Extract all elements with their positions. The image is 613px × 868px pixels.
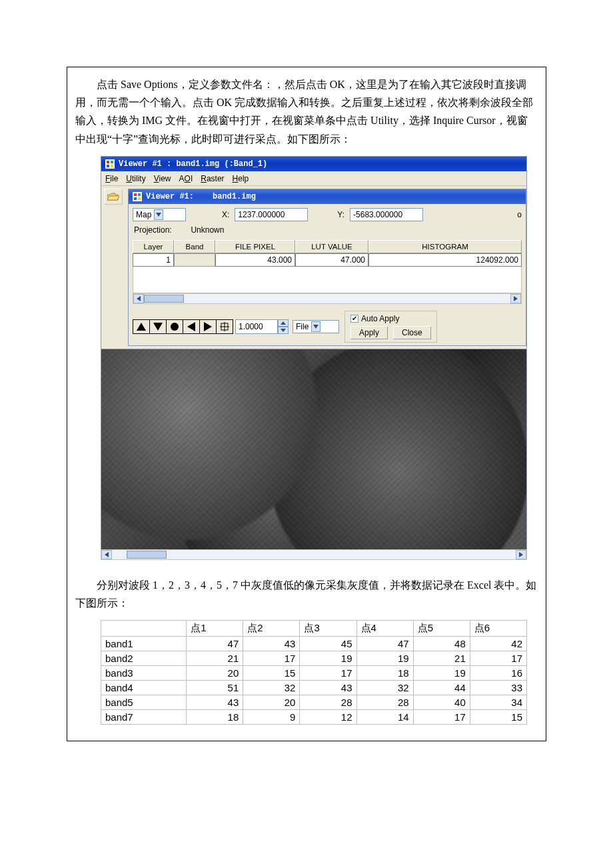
svg-marker-16 [153, 323, 163, 331]
svg-rect-2 [111, 161, 113, 163]
menu-aoi[interactable]: AOI [179, 174, 193, 183]
col-histogram[interactable]: HISTOGRAM [368, 240, 522, 253]
svg-rect-3 [107, 165, 109, 167]
menu-file[interactable]: File [105, 174, 118, 183]
cell-value: 12 [300, 710, 356, 725]
col-layer[interactable]: Layer [133, 240, 174, 253]
pixel-table: Layer 1 Band FILE PIXEL 43.000 [133, 240, 522, 267]
table-row: band718912141715 [101, 710, 527, 725]
y-input[interactable]: -5683.000000 [350, 208, 423, 221]
cell-value: 32 [356, 681, 413, 695]
cell-value: 48 [413, 637, 470, 651]
cell-value: 17 [470, 651, 526, 666]
zoom-spinner[interactable]: 1.0000 [235, 319, 289, 334]
cell-value: 47 [187, 637, 243, 651]
cell-histogram[interactable]: 124092.000 [368, 253, 522, 267]
scroll-left-button[interactable] [101, 550, 112, 559]
table-row: band1474345474842 [101, 637, 527, 651]
viewer-hscroll[interactable] [101, 549, 527, 560]
table-hscroll[interactable] [133, 293, 522, 304]
paragraph-1: 点击 Save Options，定义参数文件名：，然后点击 OK，这里是为了在输… [75, 75, 538, 148]
row-label: band4 [101, 681, 187, 695]
table-empty-area [133, 267, 522, 293]
document-page: 点击 Save Options，定义参数文件名：，然后点击 OK，这里是为了在输… [67, 67, 546, 741]
svg-rect-1 [107, 161, 109, 163]
circle-icon[interactable] [166, 319, 183, 334]
menu-help[interactable]: Help [233, 174, 249, 183]
cell-value: 19 [300, 651, 356, 666]
projection-row: Projection: Unknown [133, 225, 522, 235]
arrow-left-icon[interactable] [183, 319, 200, 334]
auto-apply-checkbox[interactable]: ✔ Auto Apply [350, 314, 399, 323]
scroll-thumb[interactable] [127, 551, 167, 559]
chevron-down-icon [311, 321, 320, 332]
svg-rect-8 [134, 193, 137, 196]
table-row: band5432028284034 [101, 695, 527, 710]
coord-row: Map X: 1237.000000 Y: [133, 208, 522, 221]
zoom-value[interactable]: 1.0000 [235, 319, 278, 334]
app-logo-icon [105, 159, 115, 169]
cell-value: 9 [243, 710, 300, 725]
col-p4: 点4 [356, 621, 413, 637]
cell-value: 14 [356, 710, 413, 725]
menu-raster[interactable]: Raster [201, 174, 224, 183]
scroll-thumb[interactable] [144, 295, 184, 303]
menu-utility[interactable]: Utility [126, 174, 145, 183]
inquire-titlebar[interactable]: Viewer #1: band1.img [129, 189, 526, 204]
mode-select[interactable]: File [293, 320, 339, 333]
col-band[interactable]: Band [174, 240, 215, 253]
scroll-left-button[interactable] [133, 294, 144, 303]
cell-band[interactable] [174, 253, 215, 267]
col-file-pixel[interactable]: FILE PIXEL [215, 240, 295, 253]
svg-marker-23 [281, 321, 286, 325]
tool-row: 1.0000 File [133, 309, 522, 344]
svg-marker-24 [281, 329, 286, 332]
col-p1: 点1 [187, 621, 243, 637]
checkbox-checked-icon: ✔ [350, 315, 358, 323]
apply-button[interactable]: Apply [350, 326, 388, 339]
cell-value: 43 [243, 637, 300, 651]
cell-value: 19 [413, 666, 470, 681]
svg-rect-10 [134, 197, 137, 200]
triangle-down-icon[interactable] [149, 319, 167, 334]
x-label: X: [222, 210, 229, 219]
x-value: 1237.000000 [238, 210, 285, 219]
cell-file-pixel[interactable]: 43.000 [215, 253, 295, 267]
cell-value: 17 [300, 666, 356, 681]
close-button[interactable]: Close [393, 326, 431, 339]
cell-value: 28 [356, 695, 413, 710]
scroll-track[interactable] [144, 294, 510, 303]
viewer-title: Viewer #1 : band1.img (:Band_1) [119, 159, 267, 169]
cell-value: 17 [413, 710, 470, 725]
scroll-right-button[interactable] [510, 294, 521, 303]
svg-rect-4 [111, 165, 113, 167]
svg-marker-27 [519, 552, 523, 557]
row-label: band2 [101, 651, 187, 666]
viewer-titlebar[interactable]: Viewer #1 : band1.img (:Band_1) [101, 157, 526, 171]
spinner-down-icon[interactable] [278, 327, 289, 334]
cell-value: 43 [300, 681, 356, 695]
y-value: -5683.000000 [353, 210, 402, 219]
cell-layer[interactable]: 1 [133, 253, 174, 267]
crosshair-icon[interactable] [216, 319, 233, 334]
menu-view[interactable]: View [154, 174, 171, 183]
x-input[interactable]: 1237.000000 [235, 208, 308, 221]
inquire-title-prefix: Viewer #1: [146, 192, 194, 201]
col-lut-value[interactable]: LUT VALUE [295, 240, 368, 253]
satellite-image[interactable] [101, 349, 527, 549]
svg-marker-6 [107, 196, 119, 200]
coord-mode-select[interactable]: Map [133, 208, 186, 221]
cell-value: 15 [470, 710, 526, 725]
table-row: band3201517181916 [101, 666, 527, 681]
auto-apply-label: Auto Apply [361, 314, 399, 323]
svg-point-17 [171, 323, 179, 331]
cell-lut-value[interactable]: 47.000 [295, 253, 368, 267]
scroll-right-button[interactable] [516, 550, 526, 559]
triangle-up-icon[interactable] [133, 319, 150, 334]
cell-value: 18 [356, 666, 413, 681]
spinner-up-icon[interactable] [278, 319, 289, 327]
open-file-button[interactable] [104, 189, 123, 205]
arrow-right-icon[interactable] [199, 319, 217, 334]
scroll-track[interactable] [112, 550, 516, 559]
viewer-window: Viewer #1 : band1.img (:Band_1) File Uti… [101, 156, 527, 349]
